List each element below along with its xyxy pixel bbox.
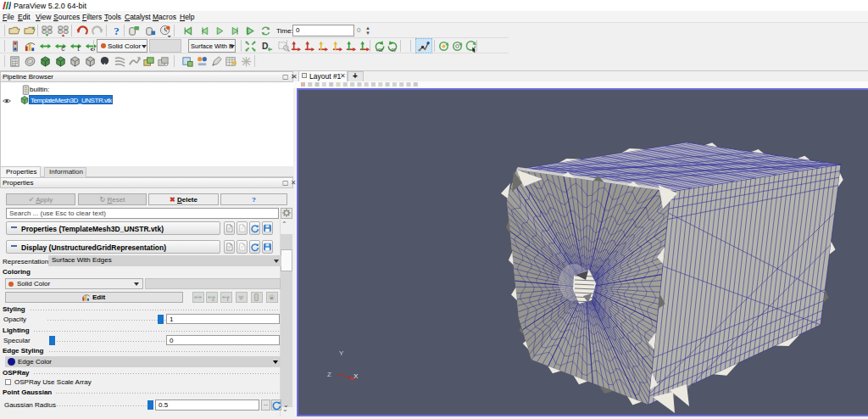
svg-text:t: t — [227, 296, 229, 302]
svg-text:+90: +90 — [376, 48, 383, 53]
svg-text:D: D — [262, 42, 268, 51]
svg-text:-90: -90 — [390, 48, 396, 53]
svg-text:c: c — [212, 296, 214, 302]
svg-text:?: ? — [114, 25, 120, 37]
svg-text:e: e — [270, 295, 273, 300]
svg-text:c: c — [61, 44, 64, 53]
